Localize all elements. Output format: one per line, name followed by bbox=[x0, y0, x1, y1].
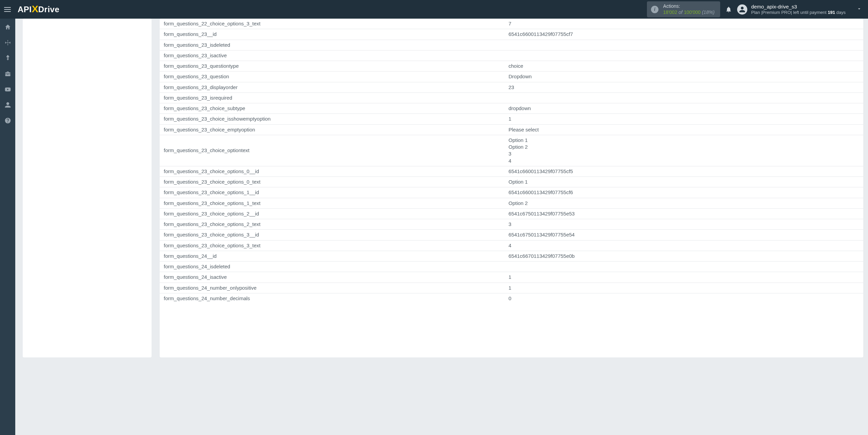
field-value: 6541c6750113429f07755e54 bbox=[505, 230, 863, 240]
help-icon[interactable] bbox=[4, 117, 12, 124]
field-key: form_questions_22_choice_options_3_text bbox=[160, 19, 505, 29]
field-value: Please select bbox=[505, 124, 863, 135]
field-value: 23 bbox=[505, 82, 863, 92]
table-row: form_questions_23__id6541c6600113429f077… bbox=[160, 29, 863, 40]
field-key: form_questions_23_choice_options_3__id bbox=[160, 230, 505, 240]
table-row: form_questions_23_questionDropdown bbox=[160, 71, 863, 82]
table-row: form_questions_23_choice_options_3_text4 bbox=[160, 240, 863, 251]
table-row: form_questions_23_isrequired bbox=[160, 92, 863, 103]
table-row: form_questions_24_isactive1 bbox=[160, 272, 863, 283]
field-key: form_questions_23_choice_options_2_text bbox=[160, 219, 505, 230]
actions-counter[interactable]: i Actions: 18'002 of 100'000 (18%) bbox=[647, 1, 720, 17]
table-row: form_questions_24_number_onlypositive1 bbox=[160, 283, 863, 293]
table-row: form_questions_23_displayorder23 bbox=[160, 82, 863, 92]
field-value: dropdown bbox=[505, 103, 863, 114]
field-key: form_questions_23_choice_optiontext bbox=[160, 135, 505, 166]
table-row: form_questions_23_choice_options_0__id65… bbox=[160, 166, 863, 177]
profile-icon[interactable] bbox=[4, 101, 12, 109]
field-key: form_questions_23_question bbox=[160, 71, 505, 82]
key-value-table: form_questions_22_choice_options_3_text7… bbox=[160, 19, 863, 304]
field-value: 6541c6600113429f07755cf6 bbox=[505, 187, 863, 198]
table-row: form_questions_24_isdeleted bbox=[160, 262, 863, 272]
field-key: form_questions_23_choice_options_0_text bbox=[160, 177, 505, 187]
home-icon[interactable] bbox=[4, 23, 12, 31]
info-icon: i bbox=[651, 6, 658, 13]
field-key: form_questions_24__id bbox=[160, 251, 505, 261]
field-key: form_questions_23_choice_options_1__id bbox=[160, 187, 505, 198]
field-key: form_questions_23_choice_options_0__id bbox=[160, 166, 505, 177]
field-value: Dropdown bbox=[505, 71, 863, 82]
brand-prefix: API bbox=[18, 5, 32, 14]
left-panel bbox=[23, 19, 152, 357]
field-value: 7 bbox=[505, 19, 863, 29]
field-value: 6541c6600113429f07755cf5 bbox=[505, 166, 863, 177]
actions-used: 18'002 bbox=[663, 9, 677, 15]
table-row: form_questions_23_isdeleted bbox=[160, 40, 863, 50]
field-key: form_questions_23_choice_options_3_text bbox=[160, 240, 505, 251]
field-key: form_questions_23_displayorder bbox=[160, 82, 505, 92]
chevron-down-icon[interactable] bbox=[856, 6, 862, 13]
actions-pct: (18%) bbox=[701, 9, 714, 15]
field-key: form_questions_23_choice_emptyoption bbox=[160, 124, 505, 135]
field-value: Option 2 bbox=[505, 198, 863, 208]
field-value: 6541c6750113429f07755e53 bbox=[505, 208, 863, 219]
main-content[interactable]: form_questions_22_choice_options_3_text7… bbox=[15, 19, 868, 435]
field-key: form_questions_23_isrequired bbox=[160, 92, 505, 103]
briefcase-icon[interactable] bbox=[4, 70, 12, 78]
table-row: form_questions_23_choice_options_1_textO… bbox=[160, 198, 863, 208]
field-value: 1 bbox=[505, 272, 863, 283]
field-value bbox=[505, 262, 863, 272]
field-value: 1 bbox=[505, 283, 863, 293]
field-value: 4 bbox=[505, 240, 863, 251]
actions-label: Actions: bbox=[663, 3, 715, 9]
data-panel: form_questions_22_choice_options_3_text7… bbox=[160, 19, 863, 357]
brand-suffix: Drive bbox=[38, 5, 60, 14]
field-key: form_questions_23_choice_subtype bbox=[160, 103, 505, 114]
table-row: form_questions_23_choice_options_2_text3 bbox=[160, 219, 863, 230]
field-key: form_questions_23_questiontype bbox=[160, 61, 505, 71]
table-row: form_questions_23_choice_emptyoptionPlea… bbox=[160, 124, 863, 135]
table-row: form_questions_23_questiontypechoice bbox=[160, 61, 863, 71]
user-plan: Plan |Premium PRO| left until payment 19… bbox=[751, 10, 846, 15]
billing-icon[interactable] bbox=[4, 55, 12, 62]
field-key: form_questions_23__id bbox=[160, 29, 505, 40]
brand-x: X bbox=[32, 4, 38, 15]
user-name: demo_apix-drive_s3 bbox=[751, 4, 846, 10]
table-row: form_questions_23_choice_isshowemptyopti… bbox=[160, 114, 863, 124]
notifications-button[interactable] bbox=[725, 6, 732, 13]
brand-logo[interactable]: API X Drive bbox=[18, 4, 59, 15]
table-row: form_questions_24__id6541c6670113429f077… bbox=[160, 251, 863, 261]
table-row: form_questions_22_choice_options_3_text7 bbox=[160, 19, 863, 29]
field-key: form_questions_24_number_onlypositive bbox=[160, 283, 505, 293]
field-key: form_questions_23_choice_options_2__id bbox=[160, 208, 505, 219]
field-value: choice bbox=[505, 61, 863, 71]
avatar bbox=[737, 4, 747, 15]
table-row: form_questions_23_choice_options_1__id65… bbox=[160, 187, 863, 198]
field-value: 3 bbox=[505, 219, 863, 230]
field-key: form_questions_24_isactive bbox=[160, 272, 505, 283]
actions-total: 100'000 bbox=[684, 9, 701, 15]
field-key: form_questions_24_isdeleted bbox=[160, 262, 505, 272]
table-row: form_questions_24_number_decimals0 bbox=[160, 293, 863, 304]
field-value: 6541c6670113429f07755e0b bbox=[505, 251, 863, 261]
field-key: form_questions_23_isdeleted bbox=[160, 40, 505, 50]
table-row: form_questions_23_choice_options_2__id65… bbox=[160, 208, 863, 219]
field-value: 0 bbox=[505, 293, 863, 304]
youtube-icon[interactable] bbox=[4, 86, 12, 93]
app-header: API X Drive i Actions: 18'002 of 100'000… bbox=[0, 0, 868, 19]
table-row: form_questions_23_choice_options_3__id65… bbox=[160, 230, 863, 240]
field-value: 1 bbox=[505, 114, 863, 124]
sidebar bbox=[0, 19, 15, 435]
field-value: Option 1 bbox=[505, 177, 863, 187]
connections-icon[interactable] bbox=[4, 39, 12, 46]
field-key: form_questions_23_choice_options_1_text bbox=[160, 198, 505, 208]
table-row: form_questions_23_choice_options_0_textO… bbox=[160, 177, 863, 187]
field-key: form_questions_23_isactive bbox=[160, 50, 505, 61]
user-menu[interactable]: demo_apix-drive_s3 Plan |Premium PRO| le… bbox=[737, 4, 846, 15]
hamburger-menu-button[interactable] bbox=[4, 7, 11, 12]
field-value: 6541c6600113429f07755cf7 bbox=[505, 29, 863, 40]
actions-of: of bbox=[677, 9, 684, 15]
table-row: form_questions_23_choice_subtypedropdown bbox=[160, 103, 863, 114]
user-text: demo_apix-drive_s3 Plan |Premium PRO| le… bbox=[751, 4, 846, 15]
field-key: form_questions_24_number_decimals bbox=[160, 293, 505, 304]
